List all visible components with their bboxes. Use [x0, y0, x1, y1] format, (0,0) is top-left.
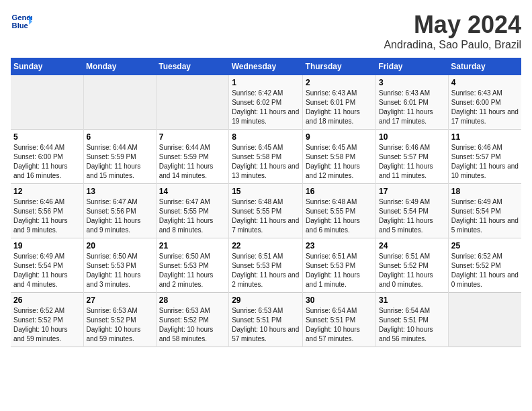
calendar-cell: 30Sunrise: 6:54 AMSunset: 5:51 PMDayligh… [303, 293, 376, 347]
day-number: 7 [159, 132, 226, 142]
day-number: 3 [379, 78, 445, 87]
calendar-cell: 26Sunrise: 6:52 AMSunset: 5:52 PMDayligh… [11, 293, 83, 347]
day-number: 5 [13, 132, 81, 142]
month-title: May 2024 [384, 11, 521, 39]
day-info: Sunrise: 6:43 AMSunset: 6:01 PMDaylight:… [306, 89, 373, 126]
calendar-cell: 16Sunrise: 6:48 AMSunset: 5:55 PMDayligh… [303, 184, 376, 238]
day-info: Sunrise: 6:52 AMSunset: 5:52 PMDaylight:… [451, 252, 519, 289]
logo: General Blue [11, 11, 32, 32]
calendar-cell: 23Sunrise: 6:51 AMSunset: 5:53 PMDayligh… [303, 238, 376, 293]
calendar-cell: 9Sunrise: 6:45 AMSunset: 5:58 PMDaylight… [303, 130, 376, 184]
day-info: Sunrise: 6:54 AMSunset: 5:51 PMDaylight:… [306, 306, 373, 344]
day-number: 22 [232, 241, 300, 250]
calendar-cell: 18Sunrise: 6:49 AMSunset: 5:54 PMDayligh… [448, 184, 521, 238]
calendar-cell: 28Sunrise: 6:53 AMSunset: 5:52 PMDayligh… [156, 293, 228, 347]
header-day-saturday: Saturday [448, 58, 521, 75]
day-number: 11 [451, 132, 519, 142]
day-info: Sunrise: 6:52 AMSunset: 5:52 PMDaylight:… [13, 306, 81, 344]
calendar-cell [11, 75, 83, 130]
day-info: Sunrise: 6:54 AMSunset: 5:51 PMDaylight:… [379, 306, 445, 344]
calendar-cell: 11Sunrise: 6:46 AMSunset: 5:57 PMDayligh… [448, 130, 521, 184]
header-day-wednesday: Wednesday [229, 58, 303, 75]
header-day-friday: Friday [375, 58, 448, 75]
day-info: Sunrise: 6:48 AMSunset: 5:55 PMDaylight:… [232, 197, 300, 235]
day-info: Sunrise: 6:49 AMSunset: 5:54 PMDaylight:… [451, 197, 519, 235]
calendar-cell: 19Sunrise: 6:49 AMSunset: 5:54 PMDayligh… [11, 238, 83, 293]
calendar-cell: 15Sunrise: 6:48 AMSunset: 5:55 PMDayligh… [229, 184, 303, 238]
day-number: 25 [451, 241, 519, 250]
calendar-cell: 7Sunrise: 6:44 AMSunset: 5:59 PMDaylight… [156, 130, 228, 184]
day-info: Sunrise: 6:42 AMSunset: 6:02 PMDaylight:… [232, 89, 300, 126]
day-number: 10 [379, 132, 445, 142]
day-info: Sunrise: 6:51 AMSunset: 5:53 PMDaylight:… [232, 252, 300, 289]
day-info: Sunrise: 6:44 AMSunset: 5:59 PMDaylight:… [159, 143, 226, 181]
calendar-cell: 21Sunrise: 6:50 AMSunset: 5:53 PMDayligh… [156, 238, 228, 293]
day-number: 15 [232, 187, 300, 196]
calendar-cell: 1Sunrise: 6:42 AMSunset: 6:02 PMDaylight… [229, 75, 303, 130]
calendar-cell: 29Sunrise: 6:53 AMSunset: 5:51 PMDayligh… [229, 293, 303, 347]
calendar-cell: 31Sunrise: 6:54 AMSunset: 5:51 PMDayligh… [375, 293, 448, 347]
calendar-body: 1Sunrise: 6:42 AMSunset: 6:02 PMDaylight… [11, 75, 521, 347]
calendar-table: SundayMondayTuesdayWednesdayThursdayFrid… [11, 58, 521, 347]
day-info: Sunrise: 6:45 AMSunset: 5:58 PMDaylight:… [232, 143, 300, 181]
calendar-cell [83, 75, 156, 130]
day-number: 18 [451, 187, 519, 196]
calendar-cell: 8Sunrise: 6:45 AMSunset: 5:58 PMDaylight… [229, 130, 303, 184]
calendar-cell: 27Sunrise: 6:53 AMSunset: 5:52 PMDayligh… [83, 293, 156, 347]
week-row-5: 26Sunrise: 6:52 AMSunset: 5:52 PMDayligh… [11, 293, 521, 347]
day-number: 2 [306, 78, 373, 87]
calendar-header: SundayMondayTuesdayWednesdayThursdayFrid… [11, 58, 521, 75]
day-number: 16 [306, 187, 373, 196]
day-info: Sunrise: 6:53 AMSunset: 5:52 PMDaylight:… [159, 306, 226, 344]
svg-text:Blue: Blue [12, 21, 28, 30]
day-number: 29 [232, 295, 300, 305]
calendar-cell: 13Sunrise: 6:47 AMSunset: 5:56 PMDayligh… [83, 184, 156, 238]
week-row-2: 5Sunrise: 6:44 AMSunset: 6:00 PMDaylight… [11, 130, 521, 184]
day-info: Sunrise: 6:45 AMSunset: 5:58 PMDaylight:… [306, 143, 373, 181]
day-info: Sunrise: 6:50 AMSunset: 5:53 PMDaylight:… [159, 252, 226, 289]
header-day-sunday: Sunday [11, 58, 83, 75]
day-info: Sunrise: 6:44 AMSunset: 5:59 PMDaylight:… [87, 143, 153, 181]
location-title: Andradina, Sao Paulo, Brazil [384, 39, 521, 51]
day-info: Sunrise: 6:53 AMSunset: 5:52 PMDaylight:… [87, 306, 153, 344]
calendar-cell: 25Sunrise: 6:52 AMSunset: 5:52 PMDayligh… [448, 238, 521, 293]
day-info: Sunrise: 6:49 AMSunset: 5:54 PMDaylight:… [13, 252, 81, 289]
header-day-monday: Monday [83, 58, 156, 75]
day-number: 23 [306, 241, 373, 250]
day-info: Sunrise: 6:51 AMSunset: 5:53 PMDaylight:… [306, 252, 373, 289]
day-number: 27 [87, 295, 153, 305]
week-row-1: 1Sunrise: 6:42 AMSunset: 6:02 PMDaylight… [11, 75, 521, 130]
calendar-cell: 12Sunrise: 6:46 AMSunset: 5:56 PMDayligh… [11, 184, 83, 238]
day-info: Sunrise: 6:44 AMSunset: 6:00 PMDaylight:… [13, 143, 81, 181]
day-number: 17 [379, 187, 445, 196]
calendar-cell: 24Sunrise: 6:51 AMSunset: 5:52 PMDayligh… [375, 238, 448, 293]
calendar-cell [156, 75, 228, 130]
day-number: 4 [451, 78, 519, 87]
day-info: Sunrise: 6:50 AMSunset: 5:53 PMDaylight:… [87, 252, 153, 289]
calendar-cell: 3Sunrise: 6:43 AMSunset: 6:01 PMDaylight… [375, 75, 448, 130]
day-number: 9 [306, 132, 373, 142]
title-section: May 2024 Andradina, Sao Paulo, Brazil [384, 11, 521, 51]
header-day-thursday: Thursday [303, 58, 376, 75]
day-number: 1 [232, 78, 300, 87]
day-info: Sunrise: 6:46 AMSunset: 5:57 PMDaylight:… [451, 143, 519, 181]
header-day-tuesday: Tuesday [156, 58, 228, 75]
calendar-cell: 14Sunrise: 6:47 AMSunset: 5:55 PMDayligh… [156, 184, 228, 238]
day-info: Sunrise: 6:43 AMSunset: 6:00 PMDaylight:… [451, 89, 519, 126]
day-info: Sunrise: 6:46 AMSunset: 5:56 PMDaylight:… [13, 197, 81, 235]
day-number: 24 [379, 241, 445, 250]
day-info: Sunrise: 6:53 AMSunset: 5:51 PMDaylight:… [232, 306, 300, 344]
calendar-cell: 6Sunrise: 6:44 AMSunset: 5:59 PMDaylight… [83, 130, 156, 184]
calendar-cell: 20Sunrise: 6:50 AMSunset: 5:53 PMDayligh… [83, 238, 156, 293]
calendar-cell: 2Sunrise: 6:43 AMSunset: 6:01 PMDaylight… [303, 75, 376, 130]
calendar-cell: 5Sunrise: 6:44 AMSunset: 6:00 PMDaylight… [11, 130, 83, 184]
day-number: 21 [159, 241, 226, 250]
calendar-cell [448, 293, 521, 347]
day-info: Sunrise: 6:51 AMSunset: 5:52 PMDaylight:… [379, 252, 445, 289]
day-info: Sunrise: 6:46 AMSunset: 5:57 PMDaylight:… [379, 143, 445, 181]
day-number: 8 [232, 132, 300, 142]
day-number: 26 [13, 295, 81, 305]
page-header: General Blue May 2024 Andradina, Sao Pau… [11, 11, 521, 51]
day-number: 20 [87, 241, 153, 250]
day-number: 12 [13, 187, 81, 196]
